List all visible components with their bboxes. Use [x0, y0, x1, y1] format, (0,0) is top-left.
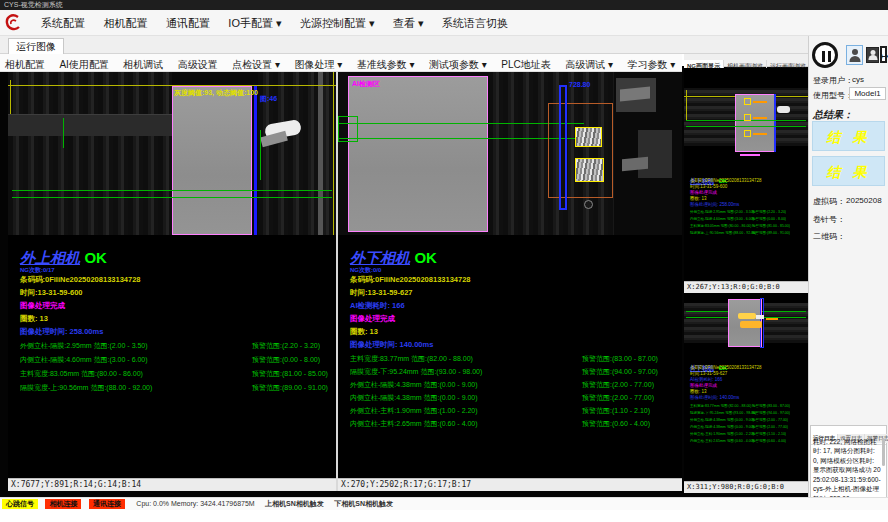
menu-item-system-config[interactable]: 系统配置: [34, 10, 92, 36]
model-select[interactable]: Model1: [849, 87, 886, 100]
toolbar-baseline-params[interactable]: 基准线参数 ▾: [352, 56, 420, 72]
measurement-row: 内侧立柱-隔膜:4.60mm 范围:(3.00 - 6.00) 预警范围:(0.…: [20, 355, 330, 367]
measure-warn: 预警范围:(83.00 - 87.00): [752, 404, 790, 408]
exit-button[interactable]: ↦: [880, 46, 887, 63]
machinery-texture: [684, 303, 728, 343]
green-roi-box: [338, 116, 358, 142]
lower-camera-trigger[interactable]: 下相机SN相机触发: [334, 498, 393, 510]
orange-label-mark: [753, 101, 767, 103]
measurement-row: 内侧立柱-隔膜:4.38mm 范围:(0.00 - 9.00) 预警范围:(2.…: [350, 393, 676, 405]
yellow-marker-box: [744, 130, 751, 137]
result-area-lower-outer: 外下相机 OK NG次数:0/0 条码码:0FiIiNe202502081331…: [338, 235, 682, 478]
toolbar-spot-check[interactable]: 点检设置 ▾: [227, 56, 285, 72]
measure-value: 外侧立柱-主料:1.90mm 范围:(1.00 - 2.20): [690, 432, 754, 436]
toolbar-plc-address[interactable]: PLC地址表: [496, 56, 555, 72]
login-user-button[interactable]: [846, 45, 863, 65]
barcode-line: 条码码:0FiIiNe20250208133134728: [690, 365, 762, 370]
menu-item-view[interactable]: 查看 ▾: [386, 10, 431, 36]
menu-item-io-config[interactable]: IO手配置 ▾: [221, 10, 288, 36]
barcode-line: 条码码:0FiIiNe20250208133134728: [350, 275, 471, 285]
menu-item-comm-config[interactable]: 通讯配置: [159, 10, 217, 36]
ng-count-line: NG次数:0/17: [20, 266, 55, 275]
time-line: 时间:13-31-59-600: [690, 184, 727, 189]
measure-warn: 预警范围:(1.10 - 2.10): [582, 406, 650, 416]
camera-image-upper-outer[interactable]: 灰度阈值:93, 动态阈值:100 图:46: [8, 72, 336, 235]
ai-region-label: AI检测区: [352, 79, 380, 89]
process-time-line: 图像处理时间: 140.00ms: [690, 395, 739, 400]
measurement-row: 隔膜宽度-下:95.24mm 范围:(93.00 - 98.00) 预警范围:(…: [350, 367, 676, 379]
toolbar-learning-params[interactable]: 学习参数 ▾: [623, 56, 681, 72]
white-highlight: [756, 315, 764, 319]
camera-image-lower-outer[interactable]: AI检测区 728.80: [338, 72, 682, 235]
toolbar-ai-usage-config[interactable]: AI使用配置: [54, 56, 113, 72]
measurement-row: 外侧立柱-主料:1.90mm 范围:(1.00 - 2.20) 预警范围:(1.…: [350, 406, 676, 418]
measure-value: 隔膜宽度-下:95.24mm 范围:(93.00 - 98.00): [690, 411, 756, 415]
user-dark-icon: [868, 55, 877, 60]
measure-value: 外侧立柱-隔膜:2.95mm 范围:(2.00 - 3.50): [690, 210, 754, 214]
toolbar-camera-config[interactable]: 相机配置: [0, 56, 50, 72]
toolbar-advanced-debug[interactable]: 高级调试 ▾: [560, 56, 618, 72]
view-tabstrip: [0, 36, 808, 54]
menu-item-light-config[interactable]: 光源控制配置 ▾: [293, 10, 382, 36]
count-line: 圈数: 13: [690, 196, 707, 201]
pause-button[interactable]: [812, 42, 838, 68]
menu-item-language[interactable]: 系统语言切换: [435, 10, 515, 36]
measurement-row: 主料宽度:83.77mm 范围:(82.00 - 88.00) 预警范围:(83…: [690, 404, 806, 409]
measure-warn: 预警范围:(0.00 - 8.00): [252, 355, 320, 365]
blue-edge-line: [774, 94, 776, 152]
tape-blob: [777, 106, 790, 113]
blue-edge-line: [254, 86, 257, 235]
comm-connect-badge: 通讯连接: [89, 499, 125, 509]
status-line: 图像处理完成: [350, 314, 395, 324]
toolbar-test-params[interactable]: 测试项参数 ▾: [424, 56, 492, 72]
measure-value: 隔膜宽度-上:90.56mm 范围:(88.00 - 92.00): [20, 384, 152, 391]
log-scrollbar[interactable]: [882, 438, 885, 466]
virtual-code-label: 虚拟码：: [813, 196, 845, 207]
measure-value: 外侧立柱-隔膜:2.95mm 范围:(2.00 - 3.50): [20, 342, 148, 349]
yellow-detect-box: [575, 158, 604, 182]
magenta-mark: [740, 154, 760, 156]
process-time-line: 图像处理时间: 140.00ms: [350, 340, 433, 350]
preview-image-lower[interactable]: [684, 293, 808, 350]
toolbar-advanced-settings[interactable]: 高级设置: [173, 56, 223, 72]
measure-value: 主料宽度:83.77mm 范围:(82.00 - 88.00): [350, 355, 473, 362]
preview-result-lower: 外下相机 OK 条码码:0FiIiNe20250208133134728 时间:…: [684, 350, 808, 481]
barcode-line: 条码码:0FiIiNe20250208133134728: [690, 178, 762, 183]
menu-item-camera-config[interactable]: 相机配置: [96, 10, 154, 36]
measurement-row: 外侧立柱-隔膜:4.38mm 范围:(0.00 - 9.00) 预警范围:(2.…: [350, 380, 676, 392]
upper-camera-trigger[interactable]: 上相机SN相机触发: [265, 498, 324, 510]
measurement-row: 内侧立柱-主料:2.65mm 范围:(0.60 - 4.00) 预警范围:(0.…: [690, 439, 806, 444]
toolbar-image-processing[interactable]: 图像处理 ▾: [290, 56, 348, 72]
ai-time-line: AI检测耗时: 166: [690, 377, 722, 382]
measure-value: 主料宽度:83.05mm 范围:(80.00 - 86.00): [20, 370, 143, 377]
virtual-code-value: 20250208: [846, 196, 882, 205]
measure-value: 主料宽度:83.77mm 范围:(82.00 - 88.00): [690, 404, 751, 408]
yellow-guide-h: [8, 85, 336, 86]
exit-icon: ↦: [880, 52, 888, 60]
measure-value: 隔膜宽度-上:90.56mm 范围:(88.00 - 92.00): [690, 231, 756, 235]
yellow-guide-right: [333, 72, 334, 235]
window-titlebar[interactable]: CYS-视觉检测系统: [0, 0, 888, 10]
measure-value: 内侧立柱-隔膜:4.60mm 范围:(3.00 - 6.00): [20, 356, 148, 363]
measurement-row: 外侧立柱-隔膜:4.38mm 范围:(0.00 - 9.00) 预警范围:(2.…: [690, 418, 806, 423]
log-text: 耗时: 222, 网络检图耗时: 17, 网络分图耗时: 0, 网络模板分区耗时…: [813, 437, 881, 503]
measure-value: 内侧立柱-隔膜:4.60mm 范围:(3.00 - 6.00): [690, 217, 754, 221]
preview-image-upper[interactable]: [684, 68, 808, 165]
yellow-highlight: [738, 313, 756, 319]
toolbar-camera-debug[interactable]: 相机调试: [118, 56, 168, 72]
status-bar: 心跳信号 相机连接 通讯连接 Cpu: 0.0% Memory: 3424.41…: [0, 497, 888, 510]
count-line: 圈数: 13: [350, 327, 378, 337]
qr-code-label: 二维码：: [813, 231, 845, 242]
measure-warn: 预警范围:(2.20 - 3.20): [252, 341, 320, 351]
blue-roi-box: [559, 85, 567, 210]
green-measure-line: [12, 190, 332, 191]
machinery-texture: [764, 303, 808, 343]
measurement-row: 内侧立柱-隔膜:4.60mm 范围:(3.00 - 6.00) 预警范围:(0.…: [690, 217, 806, 222]
needle-no-label: 卷针号：: [813, 214, 845, 225]
operator-button[interactable]: [866, 47, 879, 63]
tab-run-image[interactable]: 运行图像: [8, 38, 64, 54]
measure-warn: 预警范围:(2.00 - 77.00): [582, 393, 654, 403]
orange-label-mark: [766, 318, 778, 320]
camera-title: 外下相机: [350, 249, 410, 266]
measure-warn: 预警范围:(81.00 - 85.00): [752, 224, 790, 228]
